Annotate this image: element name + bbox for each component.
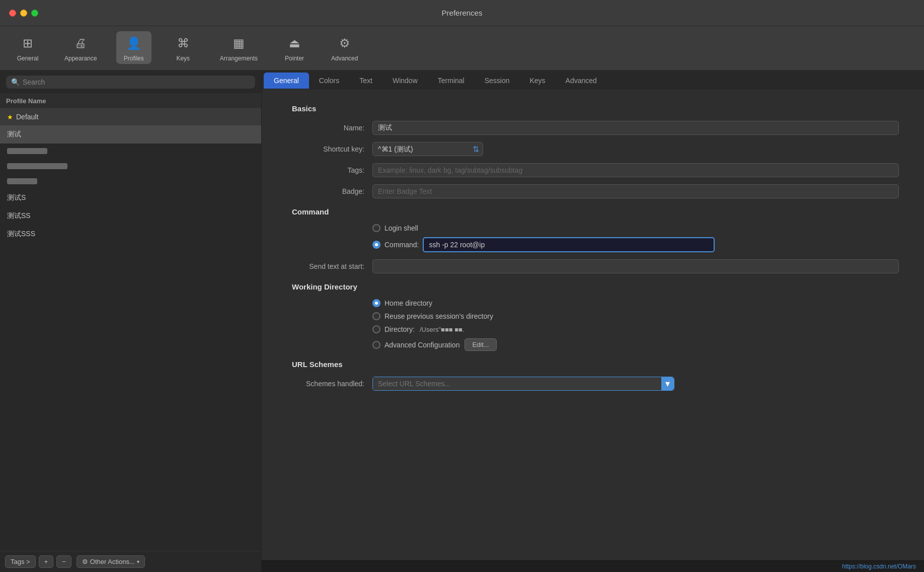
status-bar: https://blog.csdn.net/OMars [262,560,924,572]
badge-field[interactable] [372,184,899,198]
pointer-toolbar-icon: ⏏ [285,34,303,52]
radio-adv-unchecked [372,341,380,349]
profile-item-label: Default [16,113,38,121]
profile-item-label [7,148,47,154]
remove-profile-button[interactable]: − [56,555,71,568]
close-button[interactable] [9,10,16,17]
command-field[interactable] [423,237,715,252]
toolbar-item-general[interactable]: ⊞General [10,31,45,64]
toolbar-label-general: General [17,55,39,62]
toolbar-item-profiles[interactable]: 👤Profiles [116,31,151,64]
search-icon: 🔍 [11,78,20,86]
search-input[interactable] [23,78,250,86]
name-field[interactable] [372,121,899,135]
panel-content: Basics Name: Shortcut key: ^⌘1 (测试) ⇅ [262,89,924,560]
profile-item-label: 测试S [7,193,26,202]
tab-colors[interactable]: Colors [309,73,349,89]
tab-session[interactable]: Session [475,73,520,89]
badge-label: Badge: [292,187,372,195]
name-label: Name: [292,124,372,132]
reuse-session-radio[interactable]: Reuse previous session's directory [372,312,497,320]
toolbar-label-advanced: Advanced [331,55,358,62]
appearance-toolbar-icon: 🖨 [71,34,90,52]
url-schemes-title: URL Schemes [292,360,899,369]
list-item[interactable]: 测试 [0,125,261,144]
radio-unchecked [372,224,380,232]
tab-keys[interactable]: Keys [519,73,555,89]
list-item[interactable]: 测试SSS [0,225,261,243]
schemes-label: Schemes handled: [292,380,372,388]
toolbar-item-pointer[interactable]: ⏏Pointer [277,31,312,64]
shortcut-select[interactable]: ^⌘1 (测试) [372,142,483,156]
list-item[interactable] [0,159,261,174]
tags-row: Tags: [292,163,899,177]
profiles-toolbar-icon: 👤 [125,34,143,52]
send-text-label: Send text at start: [292,262,372,270]
profile-item-label: 测试 [7,130,21,139]
right-panel: General Colors Text Window Terminal Sess… [262,70,924,572]
directory-value: /Users"■■■ ■■. [420,326,465,333]
add-profile-button[interactable]: + [39,555,54,568]
toolbar-label-keys: Keys [176,55,190,62]
url-select-wrap: ▾ [372,377,674,391]
directory-radio[interactable]: Directory: [372,325,415,333]
list-item[interactable] [0,144,261,159]
toolbar-item-keys[interactable]: ⌘Keys [166,31,201,64]
working-dir-row: Home directory Reuse previous session's … [292,299,899,351]
edit-button[interactable]: Edit... [465,338,496,351]
tab-text[interactable]: Text [349,73,382,89]
url-scheme-input[interactable] [373,377,661,390]
tab-general[interactable]: General [264,73,309,89]
sidebar-bottom: Tags > + − ⚙ Other Actions... ▾ [0,551,261,572]
title-bar: Preferences [0,0,924,26]
radio-checked [372,241,380,249]
command-section-title: Command [292,207,899,216]
search-input-wrap[interactable]: 🔍 [6,76,255,89]
tags-button[interactable]: Tags > [5,555,36,568]
profile-list: ★ Default 测试 测试S 测试SS 测试SSS [0,108,261,551]
command-radio[interactable]: Command: [372,241,419,249]
home-dir-radio[interactable]: Home directory [372,299,497,307]
login-shell-radio[interactable]: Login shell [372,224,715,232]
star-icon: ★ [7,113,13,121]
schemes-row: Schemes handled: ▾ [292,377,899,391]
profile-list-header-text: Profile Name [6,97,46,105]
list-item[interactable]: ★ Default [0,108,261,125]
keys-toolbar-icon: ⌘ [174,34,192,52]
advanced-config-radio[interactable]: Advanced Configuration [372,341,459,349]
send-text-row: Send text at start: [292,259,899,273]
list-item[interactable]: 测试S [0,189,261,207]
tags-label: Tags: [292,166,372,174]
status-url: https://blog.csdn.net/OMars [842,563,916,570]
send-text-field[interactable] [372,259,899,273]
toolbar-item-arrangements[interactable]: ▦Arrangements [215,31,263,64]
profile-item-label: 测试SSS [7,230,35,239]
tab-advanced[interactable]: Advanced [556,73,607,89]
list-item[interactable]: 测试SS [0,207,261,225]
minimize-button[interactable] [20,10,27,17]
arrangements-toolbar-icon: ▦ [229,34,248,52]
toolbar-label-arrangements: Arrangements [220,55,258,62]
tab-terminal[interactable]: Terminal [428,73,475,89]
tab-window[interactable]: Window [382,73,428,89]
radio-home-checked [372,299,380,307]
search-box: 🔍 [0,70,261,94]
maximize-button[interactable] [31,10,38,17]
toolbar-item-appearance[interactable]: 🖨Appearance [59,31,102,64]
chevron-down-icon: ▾ [137,559,139,564]
url-select-arrow[interactable]: ▾ [661,377,674,390]
basics-section-title: Basics [292,104,899,113]
radio-reuse-unchecked [372,312,380,320]
badge-row: Badge: [292,184,899,198]
toolbar-label-pointer: Pointer [285,55,304,62]
tags-field[interactable] [372,163,899,177]
radio-dir-unchecked [372,325,380,333]
profile-item-label [7,178,37,184]
toolbar-item-advanced[interactable]: ⚙Advanced [326,31,363,64]
main-content: 🔍 Profile Name ★ Default 测试 [0,70,924,572]
list-item[interactable] [0,174,261,189]
toolbar-label-appearance: Appearance [64,55,97,62]
profile-item-label: 测试SS [7,211,31,221]
window-controls [9,10,38,17]
other-actions-button[interactable]: ⚙ Other Actions... ▾ [76,555,145,568]
